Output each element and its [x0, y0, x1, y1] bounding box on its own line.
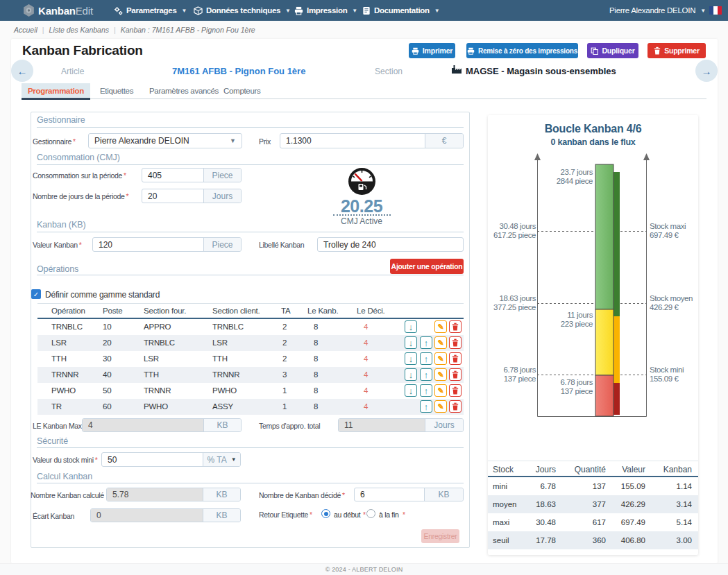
stock-row: mini6.78137155.091.14 — [488, 477, 698, 495]
cmj-label: CMJ Active — [310, 216, 414, 226]
lekanbanmax-label: LE Kanban Max — [33, 422, 82, 430]
trash-icon — [654, 46, 661, 55]
libelle-label: Libellé Kanban — [259, 241, 304, 249]
chart-label-maxi-right: Stock maxi 697.49 € — [650, 222, 698, 240]
edit-operation-button[interactable]: ✎ — [434, 336, 447, 349]
edit-operation-button[interactable]: ✎ — [434, 368, 447, 381]
copy-icon — [591, 47, 598, 55]
tab-parametres-avances[interactable]: Paramètres avancés — [149, 83, 219, 98]
prix-field[interactable]: 1.1300 € — [280, 133, 464, 148]
heading-kanban: Kanban (KB) — [37, 220, 85, 230]
move-up-button[interactable]: ↑ — [420, 400, 432, 413]
menu-impression[interactable]: Impression ▼ — [294, 0, 357, 21]
breadcrumb-liste[interactable]: Liste des Kanbans — [49, 26, 109, 34]
valeur-unit: Piece — [203, 238, 241, 251]
stockmini-label: Valeur du stock mini* — [33, 456, 98, 464]
retour-fin-radio[interactable] — [366, 509, 375, 518]
operations-table-header: Opération Poste Section four. Section cl… — [37, 303, 464, 318]
jours-unit: Jours — [203, 189, 241, 203]
trash-icon — [452, 370, 459, 379]
delete-operation-button[interactable] — [449, 384, 462, 397]
edit-operation-button[interactable]: ✎ — [434, 400, 447, 413]
heading-gestionnaire: Gestionnaire — [37, 115, 85, 125]
move-up-button[interactable]: ↑ — [420, 368, 432, 381]
gamme-standard-checkbox[interactable]: ✓ — [31, 289, 41, 299]
menu-impression-label: Impression — [307, 6, 347, 15]
delete-operation-button[interactable] — [449, 352, 462, 365]
libelle-field[interactable]: Trolley de 240 — [317, 237, 464, 252]
stock-table-header: Stock Jours Quantité Valeur Kanban — [488, 461, 698, 476]
active-tab-bar — [22, 98, 90, 100]
section-label: Section — [375, 67, 403, 76]
delete-button[interactable]: Supprimer — [647, 43, 706, 58]
trash-icon — [452, 338, 459, 347]
gamme-standard-label: Définir comme gamme standard — [45, 290, 160, 300]
duplicate-button[interactable]: Dupliquer — [587, 43, 638, 58]
retour-debut-radio[interactable] — [321, 509, 330, 518]
printer-icon — [467, 47, 475, 55]
add-operation-button[interactable]: Ajouter une opération — [390, 259, 464, 274]
save-button[interactable]: Enregistrer — [421, 529, 459, 543]
stockmini-field[interactable]: 50 % TA▼ — [101, 452, 241, 467]
move-down-button[interactable]: ↓ — [405, 320, 417, 333]
move-down-button[interactable]: ↓ — [405, 384, 417, 397]
breadcrumb-accueil[interactable]: Accueil — [14, 26, 37, 34]
loop-subtitle: 0 kanban dans le flux — [488, 137, 698, 147]
edit-operation-button[interactable]: ✎ — [434, 320, 447, 333]
article-value-link[interactable]: 7M161 AFBB - Pignon Fou 1ère — [172, 66, 305, 76]
prix-label: Prix — [259, 137, 271, 146]
decide-label: Nombre de Kanban décidé* — [259, 491, 345, 499]
prev-article-button[interactable]: ← — [11, 60, 33, 82]
conso-field[interactable]: 405 Piece — [142, 168, 242, 182]
menu-documentation[interactable]: Documentation ▼ — [362, 0, 439, 21]
stockmini-unit-select[interactable]: % TA▼ — [203, 453, 240, 466]
calc-label: Nombre Kanban calculé — [31, 491, 104, 499]
move-down-button[interactable]: ↓ — [405, 336, 417, 349]
valeur-kanban-field[interactable]: 120 Piece — [92, 237, 242, 252]
printer-icon — [294, 6, 303, 15]
brand[interactable]: KanbanEdit — [23, 0, 93, 21]
print-button[interactable]: Imprimer — [409, 43, 455, 58]
tab-compteurs[interactable]: Compteurs — [223, 83, 261, 98]
chevron-down-icon: ▼ — [352, 8, 357, 14]
move-up-button[interactable]: ↑ — [420, 384, 432, 397]
user-menu[interactable]: Pierre Alexandre DELOIN ▼ — [609, 0, 706, 21]
delete-operation-button[interactable] — [449, 400, 462, 413]
gears-icon — [114, 6, 123, 15]
gestionnaire-select[interactable]: Pierre Alexandre DELOIN▼ — [88, 133, 242, 148]
move-down-button[interactable]: ↓ — [405, 368, 417, 381]
edit-operation-button[interactable]: ✎ — [434, 384, 447, 397]
delete-operation-button[interactable] — [449, 368, 462, 381]
menu-donnees-techniques[interactable]: Données techniques ▼ — [194, 0, 291, 21]
decide-field[interactable]: 6 KB — [354, 488, 464, 501]
delete-operation-button[interactable] — [449, 320, 462, 333]
tab-programmation[interactable]: Programmation — [22, 83, 90, 98]
tempsappro-label: Temps d'appro. total — [259, 422, 320, 430]
chart-label-green: 23.7 jours 2844 piece — [534, 168, 593, 186]
conso-unit: Piece — [203, 169, 241, 182]
chart-label-mini-right: Stock mini 155.09 € — [650, 366, 698, 384]
ecart-label: Écart Kanban — [33, 512, 74, 520]
breadcrumb-separator: | — [42, 26, 44, 34]
move-up-button[interactable]: ↑ — [420, 336, 432, 349]
jours-field[interactable]: 20 Jours — [142, 189, 242, 203]
operation-row: TR60PWHOASSY184↑✎ — [37, 399, 464, 415]
move-up-button[interactable]: ↑ — [420, 352, 432, 365]
menu-parametrages[interactable]: Parametrages ▼ — [114, 0, 187, 21]
delete-operation-button[interactable] — [449, 336, 462, 349]
heading-securite: Sécurité — [37, 436, 68, 446]
breadcrumb-current: Kanban : 7M161 AFBB - Pignon Fou 1ère — [121, 26, 255, 34]
french-flag-icon[interactable] — [709, 6, 722, 15]
tab-etiquettes[interactable]: Etiquettes — [100, 83, 133, 98]
user-name: Pierre Alexandre DELOIN — [609, 6, 695, 15]
next-article-button[interactable]: → — [695, 60, 718, 82]
conso-label: Consommation sur la période* — [33, 171, 126, 180]
lekanbanmax-field: 4 KB — [82, 418, 242, 432]
reset-prints-button[interactable]: Remise à zéro des impressions — [466, 43, 578, 58]
edit-operation-button[interactable]: ✎ — [434, 352, 447, 365]
jours-label: Nombre de jours de la période* — [33, 192, 128, 200]
operation-row: TTH30LSRTTH284↓↑✎ — [37, 351, 464, 367]
cmj-underline — [333, 214, 391, 216]
move-down-button[interactable]: ↓ — [405, 352, 417, 365]
chart-label-moyen-right: Stock moyen 426.29 € — [650, 294, 700, 312]
